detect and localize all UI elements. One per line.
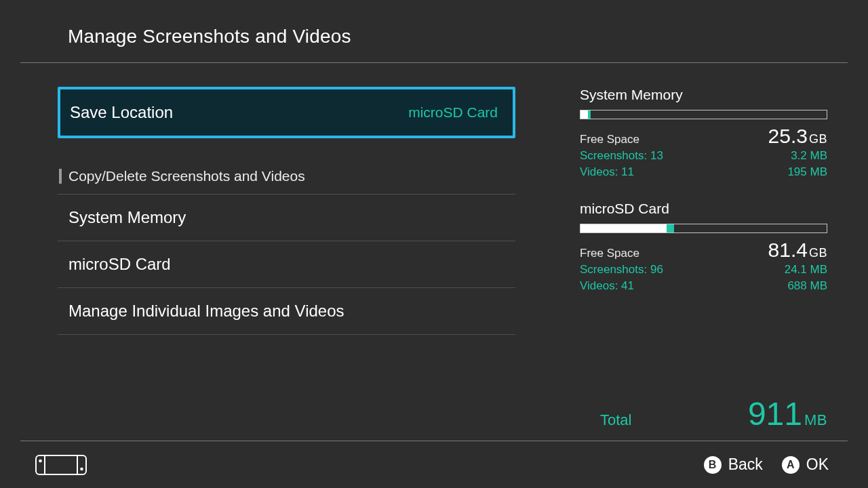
storage-sm-bar-accent (588, 110, 591, 119)
storage-sm-title: System Memory (580, 87, 827, 103)
screen: Manage Screenshots and Videos Save Locat… (0, 0, 868, 488)
storage-sm-free-value: 25.3GB (768, 126, 827, 146)
storage-sm-free-line: Free Space 25.3GB (580, 126, 827, 146)
svg-point-3 (39, 459, 42, 462)
storage-sm-screenshots-value: 3.2 MB (791, 149, 827, 163)
save-location-label: Save Location (70, 103, 173, 122)
section-header: Copy/Delete Screenshots and Videos (58, 159, 515, 195)
left-column: Save Location microSD Card Copy/Delete S… (20, 87, 542, 441)
list-item-microsd[interactable]: microSD Card (58, 241, 515, 288)
footer: B Back A OK (20, 441, 848, 488)
storage-sd-videos-line: Videos: 41 688 MB (580, 279, 827, 293)
storage-system-memory: System Memory Free Space 25.3GB Screensh… (580, 87, 827, 182)
storage-sm-screenshots-line: Screenshots: 13 3.2 MB (580, 149, 827, 163)
controller-icon (35, 455, 87, 475)
storage-sm-videos-label: Videos: 11 (580, 165, 634, 179)
hint-ok-label: OK (806, 455, 829, 474)
storage-microsd: microSD Card Free Space 81.4GB Screensho… (580, 201, 827, 296)
content: Save Location microSD Card Copy/Delete S… (0, 63, 868, 441)
save-location-value: microSD Card (408, 104, 498, 121)
svg-point-4 (80, 467, 83, 470)
hint-back[interactable]: B Back (704, 455, 763, 474)
right-column: System Memory Free Space 25.3GB Screensh… (542, 87, 848, 441)
storage-sd-screenshots-value: 24.1 MB (785, 263, 827, 277)
footer-hints: B Back A OK (704, 455, 829, 474)
total-row: Total 911MB (580, 398, 827, 441)
hint-ok[interactable]: A OK (782, 455, 829, 474)
total-value: 911MB (748, 398, 827, 430)
storage-sd-free-line: Free Space 81.4GB (580, 240, 827, 260)
storage-sd-screenshots-label: Screenshots: 96 (580, 263, 663, 277)
header: Manage Screenshots and Videos (20, 0, 848, 63)
a-button-icon: A (782, 456, 800, 474)
list-item-manage-individual[interactable]: Manage Individual Images and Videos (58, 288, 515, 335)
page-title: Manage Screenshots and Videos (68, 26, 848, 47)
storage-sm-bar-fill (580, 110, 588, 119)
storage-sd-videos-label: Videos: 41 (580, 279, 634, 293)
storage-sd-bar-accent (667, 224, 674, 232)
storage-sd-title: microSD Card (580, 201, 827, 217)
total-label: Total (580, 411, 631, 429)
storage-sd-bar-fill (580, 224, 667, 232)
section-title: Copy/Delete Screenshots and Videos (68, 168, 305, 184)
storage-sm-screenshots-label: Screenshots: 13 (580, 149, 663, 163)
storage-sm-videos-line: Videos: 11 195 MB (580, 165, 827, 179)
storage-sm-free-label: Free Space (580, 133, 639, 146)
save-location-row[interactable]: Save Location microSD Card (58, 87, 515, 138)
storage-sd-screenshots-line: Screenshots: 96 24.1 MB (580, 263, 827, 277)
storage-sm-videos-value: 195 MB (787, 165, 827, 179)
storage-sd-free-value: 81.4GB (768, 240, 827, 260)
hint-back-label: Back (728, 455, 763, 474)
b-button-icon: B (704, 456, 722, 474)
storage-sd-bar (580, 224, 827, 233)
storage-sd-free-label: Free Space (580, 247, 639, 260)
storage-sm-bar (580, 110, 827, 119)
section-marker-icon (59, 169, 62, 184)
list-item-system-memory[interactable]: System Memory (58, 195, 515, 241)
storage-sd-videos-value: 688 MB (787, 279, 827, 293)
svg-rect-0 (36, 455, 86, 474)
